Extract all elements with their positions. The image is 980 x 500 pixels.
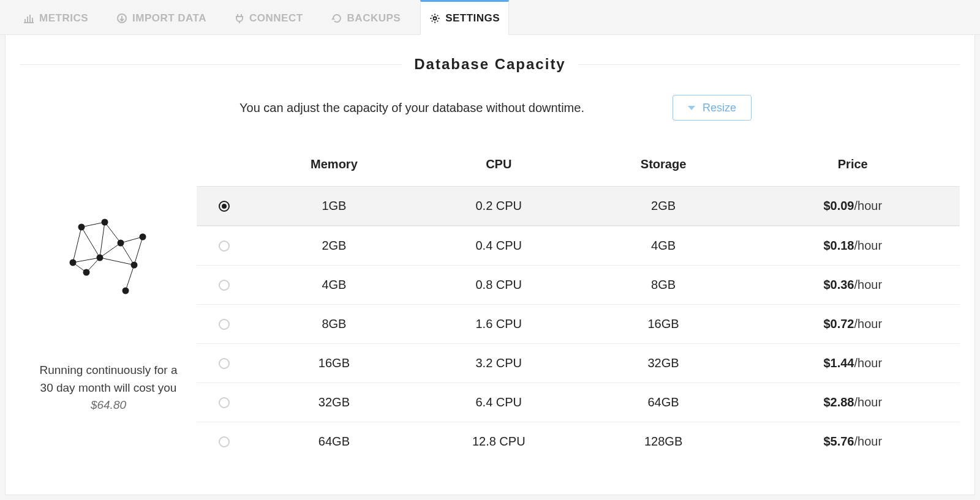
radio[interactable] [219,397,230,408]
tier-row[interactable]: 16GB 3.2 CPU 32GB $1.44/hour [197,343,960,382]
radio[interactable] [219,358,230,369]
svg-line-11 [100,258,134,265]
tier-memory: 1GB [252,199,417,213]
graph-icon [59,216,157,302]
svg-point-21 [123,288,129,294]
connect-icon [235,13,244,24]
svg-point-19 [140,234,146,241]
tier-price: $0.72/hour [746,317,960,331]
svg-line-2 [81,222,105,227]
tier-memory: 32GB [252,395,417,409]
tab-metrics[interactable]: METRICS [15,0,97,34]
col-memory: Memory [252,157,417,171]
tab-label: BACKUPS [347,12,401,24]
svg-point-23 [83,269,90,276]
radio[interactable] [219,436,230,447]
tier-cpu: 3.2 CPU [417,356,581,370]
tier-price: $0.18/hour [746,239,960,253]
backups-icon [331,13,342,24]
chevron-down-icon [688,106,695,110]
svg-line-3 [73,227,81,263]
tier-table: Memory CPU Storage Price 1GB 0.2 CPU 2GB… [197,149,960,461]
radio[interactable] [219,241,230,252]
divider [20,64,402,65]
svg-point-20 [131,262,138,269]
tab-label: SETTINGS [445,12,500,24]
capacity-description: You can adjust the capacity of your data… [239,101,584,115]
svg-line-7 [121,237,143,243]
tab-bar: METRICS IMPORT DATA CONNECT BACKUPS SETT… [0,0,980,35]
svg-line-6 [100,222,105,258]
tier-storage: 2GB [581,199,746,213]
tier-cpu: 0.8 CPU [417,278,581,292]
tier-storage: 4GB [581,239,746,253]
tier-memory: 64GB [252,435,417,449]
tab-label: CONNECT [249,12,303,24]
tier-memory: 2GB [252,239,417,253]
tier-row[interactable]: 8GB 1.6 CPU 16GB $0.72/hour [197,304,960,343]
tier-row[interactable]: 1GB 0.2 CPU 2GB $0.09/hour [197,186,960,226]
svg-line-8 [121,243,134,265]
section-heading: Database Capacity [20,56,960,73]
radio[interactable] [219,280,230,291]
cost-caption: Running continuously for a 30 day month … [40,362,178,414]
tier-price: $0.09/hour [746,199,960,213]
svg-point-22 [97,255,104,261]
radio[interactable] [219,319,230,330]
metrics-icon [23,13,34,23]
resize-button[interactable]: Resize [673,95,752,121]
svg-point-16 [78,224,85,231]
section-title: Database Capacity [414,56,565,73]
tier-cpu: 6.4 CPU [417,395,581,409]
svg-point-24 [70,259,77,266]
tab-settings[interactable]: SETTINGS [420,0,509,35]
tier-memory: 4GB [252,278,417,292]
tier-storage: 8GB [581,278,746,292]
svg-line-10 [134,237,143,265]
tab-backups[interactable]: BACKUPS [323,0,410,34]
tier-cpu: 12.8 CPU [417,435,581,449]
tier-storage: 16GB [581,317,746,331]
tab-connect[interactable]: CONNECT [226,0,312,34]
tier-row[interactable]: 4GB 0.8 CPU 8GB $0.36/hour [197,265,960,304]
resize-button-label: Resize [703,102,736,113]
tab-label: IMPORT DATA [132,12,206,24]
svg-line-12 [126,265,134,291]
tier-row[interactable]: 32GB 6.4 CPU 64GB $2.88/hour [197,382,960,422]
settings-panel: Database Capacity You can adjust the cap… [5,35,975,495]
col-price: Price [746,157,960,171]
import-icon [116,13,127,24]
svg-point-1 [434,17,437,20]
tier-cpu: 0.2 CPU [417,199,581,213]
svg-point-18 [118,240,124,247]
cost-caption-line1: Running continuously for a [40,364,178,376]
svg-line-4 [81,227,100,258]
tier-cpu: 1.6 CPU [417,317,581,331]
col-cpu: CPU [417,157,581,171]
settings-icon [429,13,440,24]
divider [578,64,960,65]
svg-line-9 [100,243,121,258]
tier-storage: 64GB [581,395,746,409]
tier-storage: 128GB [581,435,746,449]
tier-price: $0.36/hour [746,278,960,292]
tier-price: $1.44/hour [746,356,960,370]
svg-point-17 [102,219,108,226]
svg-line-5 [105,222,121,243]
radio[interactable] [219,201,230,212]
col-storage: Storage [581,157,746,171]
monthly-cost: $64.80 [40,397,178,414]
tier-row[interactable]: 64GB 12.8 CPU 128GB $5.76/hour [197,422,960,461]
tier-row[interactable]: 2GB 0.4 CPU 4GB $0.18/hour [197,226,960,265]
cost-caption-line2: 30 day month will cost you [40,381,177,394]
tier-price: $2.88/hour [746,395,960,409]
tier-memory: 8GB [252,317,417,331]
tier-memory: 16GB [252,356,417,370]
tier-cpu: 0.4 CPU [417,239,581,253]
tier-price: $5.76/hour [746,435,960,449]
tier-table-header: Memory CPU Storage Price [197,149,960,186]
tab-import-data[interactable]: IMPORT DATA [108,0,215,34]
capacity-illustration-sidebar: Running continuously for a 30 day month … [20,149,197,461]
tier-storage: 32GB [581,356,746,370]
tab-label: METRICS [39,12,88,24]
